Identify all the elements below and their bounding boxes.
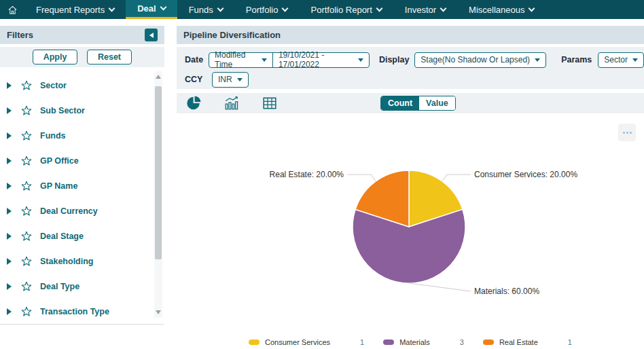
pie-leader-line (442, 174, 471, 181)
star-outline-icon[interactable] (21, 256, 32, 267)
filter-row-deal-stage[interactable]: Deal Stage (0, 223, 164, 249)
app-root: Frequent Reports Deal Funds Portfolio Po… (0, 0, 644, 349)
filter-row-transaction-type[interactable]: Transaction Type (0, 299, 164, 324)
star-outline-icon[interactable] (21, 281, 32, 292)
nav-item-frequent-reports[interactable]: Frequent Reports (24, 0, 126, 19)
filter-label: Deal Type (40, 282, 79, 291)
expand-right-triangle-icon[interactable] (7, 158, 12, 164)
star-outline-icon[interactable] (21, 306, 32, 317)
date-range-dropdown[interactable]: 19/10/2021 - 17/01/2022 (272, 53, 369, 67)
ccy-dropdown[interactable]: INR (212, 72, 249, 88)
legend-count: 3 (460, 338, 464, 346)
filter-list: SectorSub SectorFundsGP OfficeGP NameDea… (0, 69, 164, 325)
filter-row-sector[interactable]: Sector (0, 73, 164, 98)
filter-label: Funds (40, 131, 66, 141)
filter-label: Transaction Type (40, 307, 109, 316)
nav-item-portfolio[interactable]: Portfolio (234, 0, 300, 19)
reset-button[interactable]: Reset (87, 50, 132, 65)
legend-item-materials[interactable]: Materials 3 (383, 338, 464, 346)
filter-row-deal-type[interactable]: Deal Type (0, 274, 164, 299)
pie-data-label: Real Estate: 20.00% (270, 170, 344, 179)
caret-down-icon (262, 58, 267, 62)
chevron-down-icon (282, 5, 289, 12)
nav-item-deal[interactable]: Deal (126, 0, 177, 19)
filter-row-stakeholding[interactable]: Stakeholding (0, 249, 164, 274)
date-dropdown-group: Modified Time 19/10/2021 - 17/01/2022 (209, 52, 370, 68)
star-outline-icon[interactable] (21, 130, 32, 141)
chevron-down-icon (376, 5, 382, 12)
caret-down-icon (632, 58, 638, 62)
scrollbar-thumb[interactable] (155, 86, 162, 259)
value-toggle-button[interactable]: Value (419, 96, 455, 110)
legend-label: Consumer Services (265, 338, 330, 346)
star-outline-icon[interactable] (21, 231, 32, 242)
filters-panel-header: Filters (0, 26, 164, 44)
filter-row-funds[interactable]: Funds (0, 123, 164, 148)
chevron-down-icon (529, 5, 535, 12)
scroll-down-icon[interactable] (156, 310, 161, 314)
star-outline-icon[interactable] (21, 80, 32, 91)
expand-right-triangle-icon[interactable] (7, 283, 12, 290)
caret-down-icon (535, 58, 540, 62)
scroll-up-icon[interactable] (156, 75, 161, 79)
home-icon (7, 4, 18, 16)
home-button[interactable] (0, 0, 24, 19)
pie-leader-line (347, 174, 376, 181)
display-dropdown[interactable]: Stage(No Shadow Or Lapsed) (414, 52, 546, 68)
params-dropdown[interactable]: Sector (598, 52, 644, 68)
top-nav: Frequent Reports Deal Funds Portfolio Po… (0, 0, 644, 19)
count-toggle-button[interactable]: Count (381, 96, 419, 110)
star-outline-icon[interactable] (21, 206, 32, 217)
apply-button[interactable]: Apply (33, 50, 77, 65)
nav-item-label: Investor (405, 5, 436, 15)
legend-item-real-estate[interactable]: Real Estate 1 (483, 338, 572, 346)
nav-item-label: Miscellaneous (469, 5, 524, 15)
pie-leader-line (409, 283, 471, 291)
collapse-sidebar-button[interactable] (145, 29, 158, 41)
expand-right-triangle-icon[interactable] (7, 208, 12, 215)
star-outline-icon[interactable] (21, 181, 32, 191)
expand-right-triangle-icon[interactable] (7, 132, 12, 139)
report-controls: Date Modified Time 19/10/2021 - 17/01/20… (177, 47, 644, 89)
filter-row-gp-name[interactable]: GP Name (0, 173, 164, 198)
nav-item-label: Deal (137, 3, 156, 14)
ccy-value: INR (218, 75, 232, 84)
filter-row-sub-sector[interactable]: Sub Sector (0, 98, 164, 123)
sidebar-scrollbar[interactable] (154, 71, 162, 318)
nav-item-funds[interactable]: Funds (177, 0, 234, 19)
filters-title: Filters (7, 30, 33, 40)
count-value-toggle: Count Value (380, 96, 456, 111)
nav-item-portfolio-report[interactable]: Portfolio Report (299, 0, 393, 19)
date-type-dropdown[interactable]: Modified Time (209, 53, 272, 67)
report-panel-header: Pipeline Diversification (177, 26, 644, 44)
caret-down-icon (358, 58, 363, 62)
params-label: Params (561, 55, 592, 65)
display-value: Stage(No Shadow Or Lapsed) (421, 55, 530, 65)
expand-right-triangle-icon[interactable] (7, 107, 12, 114)
star-outline-icon[interactable] (21, 155, 32, 166)
table-grid-icon[interactable] (262, 96, 277, 111)
legend-label: Real Estate (499, 338, 538, 346)
legend-swatch (383, 339, 394, 345)
pie-chart-icon[interactable] (186, 96, 201, 111)
chart-toolbar: Count Value (177, 93, 644, 113)
star-outline-icon[interactable] (21, 105, 32, 116)
filter-label: GP Name (40, 181, 77, 191)
page-title: Pipeline Diversification (183, 30, 281, 40)
expand-right-triangle-icon[interactable] (7, 308, 12, 315)
filter-row-gp-office[interactable]: GP Office (0, 148, 164, 173)
nav-item-investor[interactable]: Investor (393, 0, 457, 19)
nav-item-miscellaneous[interactable]: Miscellaneous (457, 0, 545, 19)
expand-right-triangle-icon[interactable] (7, 258, 12, 265)
controls-row-2: CCY INR (177, 71, 644, 88)
expand-right-triangle-icon[interactable] (7, 183, 12, 189)
bar-chart-icon[interactable] (224, 96, 239, 111)
legend-item-consumer-services[interactable]: Consumer Services 1 (249, 338, 364, 346)
filter-label: Deal Currency (40, 206, 98, 216)
expand-right-triangle-icon[interactable] (7, 82, 12, 89)
legend-count: 1 (568, 338, 572, 346)
legend-label: Materials (399, 338, 430, 346)
filter-label: Sub Sector (40, 106, 85, 115)
filter-row-deal-currency[interactable]: Deal Currency (0, 198, 164, 223)
expand-right-triangle-icon[interactable] (7, 233, 12, 240)
